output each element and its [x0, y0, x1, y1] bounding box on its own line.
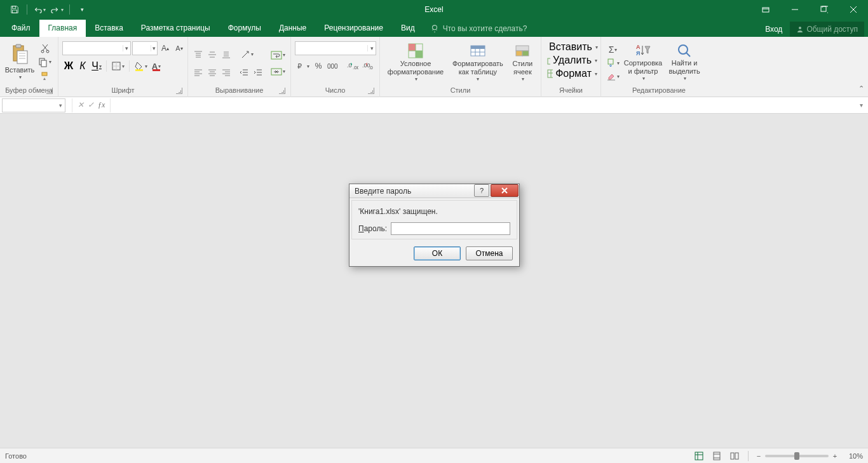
tab-home[interactable]: Главная: [39, 20, 86, 37]
accounting-format-icon[interactable]: ₽▾: [295, 60, 311, 72]
bold-button[interactable]: Ж: [62, 60, 75, 72]
autosum-icon[interactable]: Σ▾: [605, 43, 621, 56]
wrap-text-icon[interactable]: ▾: [269, 49, 287, 62]
cancel-button[interactable]: Отмена: [466, 246, 513, 260]
font-dialog-launcher[interactable]: [176, 88, 182, 94]
align-top-icon[interactable]: [192, 48, 205, 61]
merge-center-icon[interactable]: ▾: [269, 65, 287, 78]
fill-color-icon[interactable]: ▾: [133, 60, 149, 72]
alignment-dialog-launcher[interactable]: [279, 88, 285, 94]
paste-button[interactable]: Вставить ▾: [4, 42, 36, 82]
fill-icon[interactable]: ▾: [605, 57, 621, 69]
ok-button[interactable]: ОК: [414, 246, 461, 260]
editing-group-label: Редактирование: [632, 86, 686, 94]
comma-icon[interactable]: 000: [326, 60, 339, 72]
redo-icon[interactable]: ▾: [49, 2, 65, 17]
format-as-table-button[interactable]: Форматировать как таблицу▾: [449, 41, 507, 84]
align-left-icon[interactable]: [192, 66, 205, 79]
zoom-in-icon[interactable]: +: [830, 452, 840, 460]
svg-rect-3: [821, 6, 826, 11]
decrease-font-icon[interactable]: A▾: [173, 42, 186, 55]
enter-formula-icon[interactable]: ✓: [88, 100, 94, 110]
svg-rect-34: [548, 70, 553, 77]
font-name-combo[interactable]: ▾: [62, 41, 131, 55]
tab-view[interactable]: Вид: [392, 20, 424, 37]
undo-icon[interactable]: ▾: [31, 2, 48, 17]
tab-formulas[interactable]: Формулы: [219, 20, 270, 37]
font-color-icon[interactable]: A▾: [150, 60, 163, 72]
ribbon-display-icon[interactable]: [751, 0, 780, 19]
collapse-ribbon-icon[interactable]: ⌃: [858, 84, 864, 93]
svg-rect-31: [522, 51, 529, 56]
format-cells-button[interactable]: Формат▾: [545, 67, 599, 80]
svg-rect-17: [271, 51, 281, 59]
underline-button[interactable]: Ч▾: [90, 60, 103, 72]
titlebar: ▾ ▾ ▾ Excel: [0, 0, 868, 19]
dialog-titlebar[interactable]: Введите пароль ?: [349, 184, 519, 198]
italic-button[interactable]: К: [76, 60, 89, 72]
borders-icon[interactable]: ▾: [110, 60, 126, 72]
copy-icon[interactable]: ▾: [37, 56, 53, 69]
align-right-icon[interactable]: [220, 66, 233, 79]
tab-file[interactable]: Файл: [3, 20, 39, 37]
conditional-formatting-button[interactable]: Условное форматирование▾: [384, 41, 447, 84]
table-format-label: Форматировать как таблицу: [452, 60, 503, 76]
zoom-value[interactable]: 10%: [841, 452, 863, 460]
svg-rect-0: [13, 6, 16, 9]
page-layout-view-icon[interactable]: [709, 450, 725, 462]
share-button[interactable]: Общий доступ: [790, 22, 864, 37]
cut-icon[interactable]: [37, 42, 53, 55]
save-icon[interactable]: [6, 2, 23, 17]
svg-point-5: [799, 27, 801, 29]
signin-link[interactable]: Вход: [760, 22, 787, 36]
orientation-icon[interactable]: ▾: [239, 48, 255, 61]
tell-me-search[interactable]: Что вы хотите сделать?: [424, 20, 534, 37]
svg-rect-13: [42, 72, 47, 76]
qat-customize-icon[interactable]: ▾: [74, 2, 90, 17]
percent-icon[interactable]: %: [312, 60, 325, 72]
font-size-combo[interactable]: ▾: [132, 41, 158, 55]
tab-page-layout[interactable]: Разметка страницы: [132, 20, 219, 37]
zoom-out-icon[interactable]: −: [754, 452, 764, 460]
svg-rect-42: [735, 453, 738, 459]
password-input[interactable]: [391, 222, 510, 235]
zoom-slider[interactable]: [765, 455, 829, 457]
delete-cells-button[interactable]: Удалить▾: [545, 54, 599, 67]
increase-indent-icon[interactable]: [252, 66, 264, 79]
minimize-icon[interactable]: [780, 0, 810, 19]
dialog-help-icon[interactable]: ?: [474, 184, 489, 197]
fx-icon[interactable]: ƒx: [98, 100, 105, 110]
increase-decimal-icon[interactable]: .0.00: [346, 60, 360, 72]
normal-view-icon[interactable]: [691, 450, 707, 462]
align-middle-icon[interactable]: [206, 48, 219, 61]
svg-rect-29: [516, 46, 529, 51]
clipboard-group-label: Буфер обмена: [5, 86, 53, 94]
dialog-close-icon[interactable]: [491, 184, 519, 197]
clear-icon[interactable]: ▾: [605, 70, 621, 83]
expand-formula-bar-icon[interactable]: ▾: [857, 101, 865, 110]
number-dialog-launcher[interactable]: [368, 88, 374, 94]
align-bottom-icon[interactable]: [220, 48, 233, 61]
format-painter-icon[interactable]: [37, 70, 53, 83]
share-label: Общий доступ: [806, 25, 858, 34]
increase-font-icon[interactable]: A▴: [159, 42, 172, 55]
paste-label: Вставить: [5, 66, 35, 74]
formula-input[interactable]: [111, 98, 857, 112]
page-break-view-icon[interactable]: [726, 450, 743, 462]
maximize-icon[interactable]: [810, 0, 839, 19]
find-select-button[interactable]: Найти и выделить▾: [665, 41, 703, 83]
clipboard-dialog-launcher[interactable]: [46, 88, 53, 94]
number-format-combo[interactable]: ▾: [295, 41, 376, 55]
cell-styles-button[interactable]: Стили ячеек▾: [508, 41, 537, 84]
tab-insert[interactable]: Вставка: [86, 20, 132, 37]
align-center-icon[interactable]: [206, 66, 219, 79]
sort-filter-button[interactable]: АЯ Сортировка и фильтр▾: [622, 41, 664, 83]
decrease-indent-icon[interactable]: [238, 66, 250, 79]
insert-cells-button[interactable]: Вставить▾: [545, 41, 599, 53]
decrease-decimal-icon[interactable]: .00.0: [361, 60, 375, 72]
cancel-formula-icon[interactable]: ✕: [78, 100, 84, 110]
name-box[interactable]: ▾: [2, 98, 65, 112]
tab-review[interactable]: Рецензирование: [315, 20, 392, 37]
tab-data[interactable]: Данные: [270, 20, 315, 37]
close-icon[interactable]: [839, 0, 868, 19]
